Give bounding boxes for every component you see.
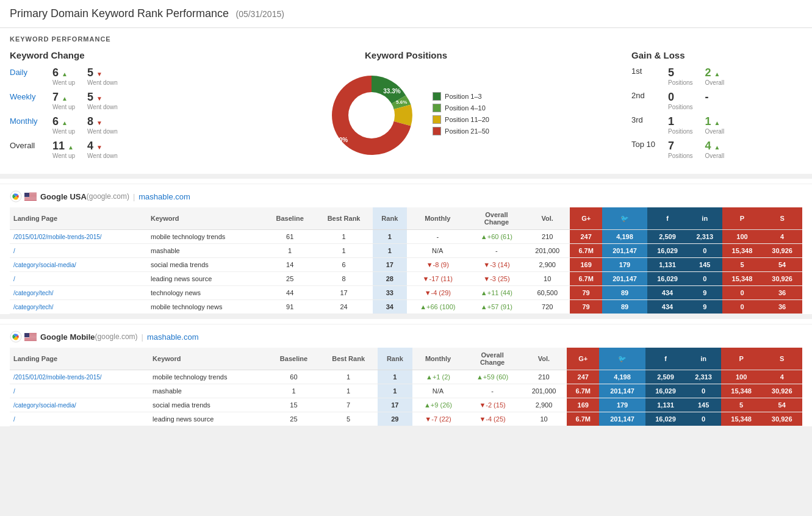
- rank-cell: 17: [378, 398, 412, 412]
- baseline-cell: 1: [268, 384, 319, 398]
- col-monthly-m: Monthly: [412, 348, 464, 370]
- overall-change-cell: ▲+59 (60): [464, 370, 521, 384]
- overall-change-cell: ▼-3 (25): [469, 272, 525, 286]
- monthly-cell: -: [407, 230, 469, 244]
- overall-label[interactable]: Overall: [10, 140, 52, 150]
- landing-page-cell: /: [10, 272, 147, 286]
- overall-down-stat: 4 ▼ Went down: [87, 140, 118, 159]
- twitter-cell: 179: [599, 398, 645, 412]
- monthly-label[interactable]: Monthly: [10, 115, 52, 126]
- page-header: Primary Domain Keyword Rank Performance …: [0, 0, 812, 28]
- table-row: /category/tech/ technology news 44 17 33…: [10, 286, 802, 300]
- linkedin-cell: 9: [688, 286, 722, 300]
- gplus-cell: 79: [570, 286, 602, 300]
- monthly-up-stat: 6 ▲ Went up: [52, 115, 75, 135]
- gl-positions-1st-sub: Positions: [668, 79, 693, 86]
- us-flag-mobile-icon: [24, 333, 37, 341]
- legend-label-21-50: Position 21–50: [445, 127, 489, 135]
- table-row: /category/social-media/ social media tre…: [10, 398, 802, 412]
- overall-change-cell: ▼-2 (15): [464, 398, 521, 412]
- pinterest-cell: 100: [722, 230, 763, 244]
- linkedin-cell: 2,313: [688, 230, 722, 244]
- donut-svg: [323, 66, 420, 164]
- weekly-label[interactable]: Weekly: [10, 91, 52, 101]
- keyword-cell: mobile technology trends: [147, 230, 265, 244]
- svg-rect-17: [24, 333, 29, 337]
- keyword-cell: social media trends: [149, 398, 268, 412]
- section-label: KEYWORD PERFORMANCE: [10, 35, 802, 43]
- monthly-cell: ▼-17 (11): [407, 272, 469, 286]
- baseline-cell: 15: [268, 398, 319, 412]
- stumble-cell: 30,926: [761, 384, 802, 398]
- keyword-cell: mashable: [149, 384, 268, 398]
- google-mobile-site[interactable]: mashable.com: [147, 332, 199, 342]
- pinterest-cell: 0: [722, 286, 763, 300]
- rank-cell: 1: [378, 370, 412, 384]
- rank-cell: 29: [378, 412, 412, 426]
- overall-change-cell: ▲+60 (61): [469, 230, 525, 244]
- daily-up-num: 6: [52, 66, 59, 79]
- google-mobile-logo-icon: [10, 331, 22, 343]
- stumble-cell: 4: [762, 230, 802, 244]
- gl-overall-1st-num: 2 ▲: [705, 66, 725, 79]
- col-best-rank: Best Rank: [315, 207, 373, 230]
- svg-rect-16: [24, 340, 37, 340]
- google-usa-site[interactable]: mashable.com: [138, 192, 190, 201]
- best-rank-cell: 17: [315, 286, 373, 300]
- facebook-cell: 16,029: [647, 244, 688, 258]
- overall-down-arrow: ▼: [96, 144, 102, 151]
- twitter-cell: 201,147: [602, 272, 647, 286]
- keyword-positions-title: Keyword Positions: [181, 50, 631, 60]
- weekly-down-sub: Went down: [87, 104, 118, 110]
- monthly-up-arrow: ▲: [62, 120, 68, 126]
- col-monthly: Monthly: [407, 207, 469, 230]
- weekly-up-num: 7: [52, 91, 59, 103]
- twitter-cell: 89: [602, 300, 647, 314]
- gplus-cell: 247: [567, 370, 599, 384]
- legend-color-21-50: [433, 127, 441, 135]
- google-usa-name: Google USA: [40, 192, 87, 201]
- landing-page-cell: /2015/01/02/mobile-trends-2015/: [10, 370, 149, 384]
- gl-overall-3rd-num: 1 ▲: [705, 115, 725, 128]
- stumble-cell: 36: [762, 286, 802, 300]
- col-stumble-m: S: [761, 348, 802, 370]
- google-mobile-section: Google Mobile (google.com) | mashable.co…: [0, 324, 812, 426]
- us-flag-icon: [24, 193, 37, 201]
- table-row: / leading news source 25 8 28 ▼-17 (11) …: [10, 272, 802, 286]
- stumble-cell: 30,926: [762, 272, 802, 286]
- best-rank-cell: 7: [319, 398, 378, 412]
- monthly-up-num: 6: [52, 115, 59, 127]
- gl-row-1st: 1st 5 Positions 2 ▲ Overall: [631, 66, 802, 86]
- linkedin-cell: 0: [688, 272, 722, 286]
- monthly-cell: ▼-4 (29): [407, 286, 469, 300]
- page-date: (05/31/2015): [235, 9, 284, 19]
- baseline-cell: 60: [268, 370, 319, 384]
- monthly-cell: ▲+66 (100): [407, 300, 469, 314]
- gl-overall-1st-sub: Overall: [705, 79, 725, 86]
- twitter-cell: 201,147: [602, 244, 647, 258]
- overall-change-cell: -: [464, 384, 521, 398]
- monthly-down-sub: Went down: [87, 128, 118, 135]
- keyword-change-title: Keyword Change: [10, 50, 181, 60]
- gl-overall-3rd-sub: Overall: [705, 128, 725, 135]
- segment-label-4-10: 5.6%: [396, 99, 407, 105]
- gl-overall-top10-sub: Overall: [705, 152, 725, 159]
- daily-label[interactable]: Daily: [10, 66, 52, 77]
- google-mobile-name: Google Mobile: [40, 332, 95, 342]
- keyword-cell: social media trends: [147, 258, 265, 272]
- kw-row-overall: Overall 11 ▲ Went up 4 ▼ Went down: [10, 140, 181, 159]
- landing-page-cell: /category/tech/: [10, 300, 147, 314]
- col-best-rank-m: Best Rank: [319, 348, 378, 370]
- landing-page-cell: /2015/01/02/mobile-trends-2015/: [10, 230, 147, 244]
- col-keyword-m: Keyword: [149, 348, 268, 370]
- segment-label-1-3: 33.3%: [383, 88, 400, 95]
- landing-page-cell: /category/social-media/: [10, 258, 147, 272]
- overall-change-cell: -: [469, 244, 525, 258]
- rank-cell: 28: [373, 272, 407, 286]
- gl-positions-top10-num: 7: [668, 140, 693, 152]
- gplus-cell: 6.7M: [567, 384, 599, 398]
- col-vol-m: Vol.: [521, 348, 567, 370]
- svg-rect-14: [24, 337, 37, 338]
- legend-color-1-3: [433, 92, 441, 101]
- gl-positions-2nd-num: 0: [668, 91, 693, 104]
